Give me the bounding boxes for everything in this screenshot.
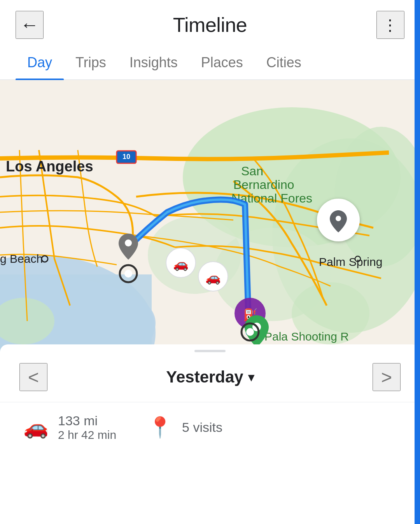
svg-text:🚗: 🚗: [205, 270, 221, 285]
more-icon: ⋮: [382, 16, 399, 34]
drive-distance: 133 mi: [58, 413, 116, 428]
stats-bar: 🚗 133 mi 2 hr 42 min 📍 5 visits: [0, 402, 420, 452]
svg-point-24: [125, 239, 132, 246]
tab-insights[interactable]: Insights: [118, 47, 189, 79]
next-day-button[interactable]: >: [373, 363, 401, 391]
map-area[interactable]: 10 Los Angeles San Bernardino National F…: [0, 80, 420, 352]
page-title: Timeline: [173, 13, 247, 37]
svg-point-37: [246, 328, 254, 336]
sheet-handle: [194, 350, 226, 352]
header: ← Timeline ⋮: [0, 0, 420, 47]
drive-duration: 2 hr 42 min: [58, 428, 116, 442]
drive-stat: 🚗 133 mi 2 hr 42 min: [23, 413, 116, 442]
day-selector[interactable]: Yesterday ▾: [166, 368, 254, 386]
svg-text:Los Angeles: Los Angeles: [6, 158, 93, 175]
prev-day-button[interactable]: <: [19, 363, 47, 391]
visits-stat: 📍 5 visits: [147, 416, 222, 439]
svg-text:🚗: 🚗: [173, 257, 189, 271]
tab-cities[interactable]: Cities: [255, 47, 313, 79]
tab-day[interactable]: Day: [16, 47, 64, 79]
svg-text:Palm Spring: Palm Spring: [319, 255, 382, 268]
day-navigation: < Yesterday ▾ >: [0, 352, 420, 402]
back-arrow-icon: ←: [20, 16, 39, 34]
car-icon: 🚗: [23, 416, 49, 439]
tab-places[interactable]: Places: [189, 47, 255, 79]
tab-bar: Day Trips Insights Places Cities: [0, 47, 420, 80]
svg-point-30: [124, 270, 132, 278]
more-button[interactable]: ⋮: [376, 11, 404, 39]
svg-point-23: [336, 216, 341, 221]
svg-text:Bernardino: Bernardino: [233, 178, 294, 192]
location-icon: 📍: [147, 416, 173, 439]
svg-text:Pala Shooting R: Pala Shooting R: [264, 330, 349, 343]
bottom-sheet: [0, 344, 420, 352]
right-edge-indicator: [415, 0, 420, 524]
visit-count: 5 visits: [182, 420, 222, 435]
day-dropdown-icon: ▾: [248, 370, 254, 384]
svg-text:g Beach: g Beach: [0, 252, 43, 265]
svg-text:10: 10: [122, 153, 130, 161]
svg-text:San: San: [241, 164, 263, 178]
back-button[interactable]: ←: [16, 11, 44, 39]
tab-trips[interactable]: Trips: [64, 47, 118, 79]
